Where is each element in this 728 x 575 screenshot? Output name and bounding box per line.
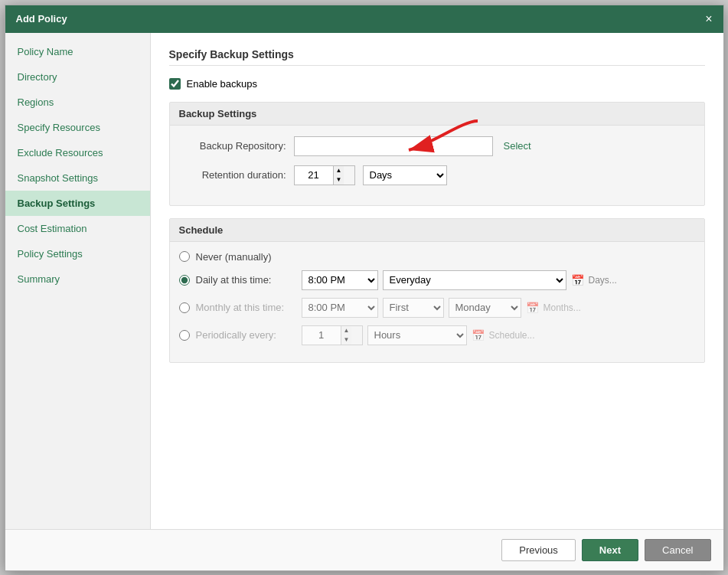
- daily-time-select[interactable]: 8:00 PM 9:00 PM 10:00 PM: [302, 270, 378, 290]
- periodic-value-input[interactable]: [302, 326, 341, 345]
- backup-repository-input[interactable]: [294, 136, 493, 156]
- sidebar-item-cost-estimation[interactable]: Cost Estimation: [5, 216, 150, 241]
- retention-up-button[interactable]: ▲: [334, 166, 344, 175]
- periodic-unit-select[interactable]: Hours Minutes: [367, 325, 467, 345]
- schedule-body: Never (manually) Daily at this time: 8:0…: [170, 242, 704, 362]
- calendar-icon: 📅: [571, 274, 584, 286]
- months-link[interactable]: Months...: [544, 302, 581, 313]
- section-title: Specify Backup Settings: [169, 48, 705, 66]
- periodic-down-button[interactable]: ▼: [341, 335, 352, 345]
- monthly-which-select[interactable]: First Second Third Fourth Last: [383, 298, 444, 318]
- retention-unit-select[interactable]: Days Weeks Months: [363, 165, 447, 185]
- periodic-calendar-icon: 📅: [472, 329, 485, 341]
- never-label: Never (manually): [196, 251, 295, 263]
- sidebar-item-policy-name[interactable]: Policy Name: [5, 39, 150, 64]
- schedule-header: Schedule: [170, 219, 704, 242]
- monthly-radio-row: Monthly at this time: 8:00 PM 9:00 PM Fi…: [179, 298, 695, 318]
- next-button[interactable]: Next: [582, 539, 638, 561]
- main-content: Specify Backup Settings Enable backups B…: [151, 33, 723, 529]
- daily-label: Daily at this time:: [196, 274, 295, 286]
- sidebar-item-summary[interactable]: Summary: [5, 266, 150, 292]
- periodic-radio[interactable]: [179, 330, 190, 341]
- dialog-footer: Previous Next Cancel: [5, 529, 723, 570]
- sidebar-item-backup-settings[interactable]: Backup Settings: [5, 191, 150, 216]
- daily-controls: 8:00 PM 9:00 PM 10:00 PM Everyday Weekda…: [302, 270, 617, 290]
- add-policy-dialog: Add Policy × Policy Name Directory Regio…: [5, 5, 724, 571]
- periodic-controls: ▲ ▼ Hours Minutes 📅 Schedule...: [302, 325, 535, 345]
- sidebar-item-specify-resources[interactable]: Specify Resources: [5, 115, 150, 140]
- sidebar-item-exclude-resources[interactable]: Exclude Resources: [5, 140, 150, 165]
- sidebar-item-snapshot-settings[interactable]: Snapshot Settings: [5, 165, 150, 191]
- enable-backups-checkbox[interactable]: [169, 78, 181, 90]
- retention-spinner: 21 ▲ ▼: [294, 165, 355, 185]
- periodic-radio-row: Periodically every: ▲ ▼ Hours: [179, 325, 695, 345]
- enable-backups-row: Enable backups: [169, 78, 705, 90]
- days-link[interactable]: Days...: [589, 275, 617, 286]
- previous-button[interactable]: Previous: [501, 539, 576, 561]
- repository-input-wrapper: [294, 136, 493, 156]
- periodic-spinner-buttons: ▲ ▼: [341, 326, 352, 345]
- backup-settings-header: Backup Settings: [170, 103, 704, 126]
- sidebar-item-regions[interactable]: Regions: [5, 90, 150, 115]
- schedule-subsection: Schedule Never (manually) Daily at this …: [169, 218, 705, 363]
- select-link[interactable]: Select: [504, 140, 531, 152]
- cancel-button[interactable]: Cancel: [645, 539, 710, 561]
- retention-label: Retention duration:: [179, 169, 286, 181]
- sidebar-item-policy-settings[interactable]: Policy Settings: [5, 241, 150, 266]
- sidebar-item-directory[interactable]: Directory: [5, 64, 150, 90]
- monthly-label: Monthly at this time:: [196, 302, 295, 313]
- sidebar: Policy Name Directory Regions Specify Re…: [5, 33, 151, 529]
- retention-value-input[interactable]: 21: [295, 166, 333, 185]
- never-radio[interactable]: [179, 251, 190, 262]
- backup-repository-label: Backup Repository:: [179, 140, 286, 152]
- title-bar: Add Policy ×: [5, 5, 723, 33]
- never-radio-row: Never (manually): [179, 251, 695, 263]
- monthly-radio[interactable]: [179, 302, 190, 313]
- periodic-schedule-link[interactable]: Schedule...: [489, 330, 535, 341]
- monthly-controls: 8:00 PM 9:00 PM First Second Third Fourt…: [302, 298, 581, 318]
- dialog-title: Add Policy: [16, 13, 67, 25]
- daily-freq-select[interactable]: Everyday Weekdays Weekends: [383, 270, 566, 290]
- periodic-up-button[interactable]: ▲: [341, 326, 352, 335]
- backup-settings-subsection: Backup Settings Backup Repository:: [169, 102, 705, 206]
- backup-settings-body: Backup Repository:: [170, 126, 704, 205]
- retention-spinner-buttons: ▲ ▼: [333, 166, 344, 185]
- periodic-label: Periodically every:: [196, 329, 295, 341]
- backup-repository-row: Backup Repository:: [179, 136, 695, 156]
- monthly-day-select[interactable]: Monday Tuesday Wednesday: [449, 298, 521, 318]
- retention-down-button[interactable]: ▼: [334, 175, 344, 185]
- daily-radio-row: Daily at this time: 8:00 PM 9:00 PM 10:0…: [179, 270, 695, 290]
- months-calendar-icon: 📅: [526, 302, 539, 314]
- enable-backups-label: Enable backups: [187, 78, 258, 90]
- retention-row: Retention duration: 21 ▲ ▼ Days Weeks Mo…: [179, 165, 695, 185]
- daily-radio[interactable]: [179, 275, 190, 286]
- monthly-time-select[interactable]: 8:00 PM 9:00 PM: [302, 298, 378, 318]
- dialog-body: Policy Name Directory Regions Specify Re…: [5, 33, 723, 529]
- close-button[interactable]: ×: [705, 13, 712, 25]
- periodic-spinner: ▲ ▼: [302, 325, 363, 345]
